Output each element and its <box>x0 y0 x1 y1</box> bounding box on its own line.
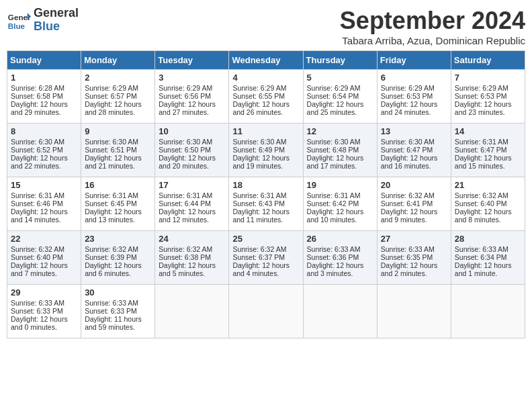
calendar-cell: 22Sunrise: 6:32 AMSunset: 6:40 PMDayligh… <box>7 231 81 285</box>
col-header-friday: Friday <box>377 51 451 70</box>
daylight-text: Daylight: 12 hours and 28 minutes. <box>85 100 151 116</box>
sunrise-text: Sunrise: 6:33 AM <box>307 245 373 253</box>
sunset-text: Sunset: 6:56 PM <box>159 92 225 100</box>
daylight-text: Daylight: 12 hours and 3 minutes. <box>307 261 373 277</box>
calendar-cell: 4Sunrise: 6:29 AMSunset: 6:55 PMDaylight… <box>229 70 303 124</box>
sunrise-text: Sunrise: 6:29 AM <box>307 84 373 92</box>
sunset-text: Sunset: 6:51 PM <box>85 146 151 154</box>
daylight-text: Daylight: 12 hours and 26 minutes. <box>232 100 299 116</box>
calendar-cell <box>155 285 229 338</box>
sunrise-text: Sunrise: 6:33 AM <box>381 245 447 253</box>
sunset-text: Sunset: 6:35 PM <box>381 253 447 261</box>
daylight-text: Daylight: 12 hours and 14 minutes. <box>11 208 77 224</box>
calendar-cell: 27Sunrise: 6:33 AMSunset: 6:35 PMDayligh… <box>377 231 451 285</box>
sunset-text: Sunset: 6:41 PM <box>381 199 447 208</box>
calendar-cell: 28Sunrise: 6:33 AMSunset: 6:34 PMDayligh… <box>451 231 525 285</box>
sunset-text: Sunset: 6:45 PM <box>85 199 151 208</box>
day-number: 11 <box>232 126 299 136</box>
logo-text: General Blue <box>34 7 79 34</box>
daylight-text: Daylight: 12 hours and 16 minutes. <box>381 154 447 170</box>
calendar-cell: 8Sunrise: 6:30 AMSunset: 6:52 PMDaylight… <box>7 124 81 177</box>
daylight-text: Daylight: 12 hours and 29 minutes. <box>11 100 77 116</box>
title-area: September 2024 Tabara Arriba, Azua, Domi… <box>340 7 525 46</box>
calendar-cell: 9Sunrise: 6:30 AMSunset: 6:51 PMDaylight… <box>81 124 155 177</box>
header: General Blue General Blue September 2024… <box>7 7 525 46</box>
sunrise-text: Sunrise: 6:30 AM <box>85 138 151 146</box>
col-header-saturday: Saturday <box>451 51 525 70</box>
calendar-cell: 18Sunrise: 6:31 AMSunset: 6:43 PMDayligh… <box>229 177 303 231</box>
sunrise-text: Sunrise: 6:29 AM <box>232 84 299 92</box>
sunset-text: Sunset: 6:53 PM <box>455 92 521 100</box>
day-number: 21 <box>455 180 521 190</box>
calendar-cell: 20Sunrise: 6:32 AMSunset: 6:41 PMDayligh… <box>377 177 451 231</box>
sunrise-text: Sunrise: 6:30 AM <box>307 138 373 146</box>
day-number: 15 <box>11 180 77 190</box>
header-row: SundayMondayTuesdayWednesdayThursdayFrid… <box>7 51 525 70</box>
daylight-text: Daylight: 12 hours and 25 minutes. <box>307 100 373 116</box>
sunrise-text: Sunrise: 6:31 AM <box>159 191 225 199</box>
day-number: 27 <box>381 234 447 244</box>
calendar-cell: 13Sunrise: 6:30 AMSunset: 6:47 PMDayligh… <box>377 124 451 177</box>
daylight-text: Daylight: 12 hours and 13 minutes. <box>85 208 151 224</box>
day-number: 2 <box>85 73 151 83</box>
daylight-text: Daylight: 12 hours and 0 minutes. <box>11 315 77 331</box>
sunset-text: Sunset: 6:42 PM <box>307 199 373 208</box>
day-number: 28 <box>455 234 521 244</box>
daylight-text: Daylight: 12 hours and 6 minutes. <box>85 261 151 277</box>
week-row-5: 29Sunrise: 6:33 AMSunset: 6:33 PMDayligh… <box>7 285 525 338</box>
daylight-text: Daylight: 12 hours and 11 minutes. <box>232 208 299 224</box>
sunrise-text: Sunrise: 6:29 AM <box>85 84 151 92</box>
calendar-cell: 29Sunrise: 6:33 AMSunset: 6:33 PMDayligh… <box>7 285 81 338</box>
calendar-cell: 30Sunrise: 6:33 AMSunset: 6:33 PMDayligh… <box>81 285 155 338</box>
month-title: September 2024 <box>340 7 525 35</box>
sunrise-text: Sunrise: 6:30 AM <box>11 138 77 146</box>
sunrise-text: Sunrise: 6:29 AM <box>159 84 225 92</box>
sunset-text: Sunset: 6:50 PM <box>159 146 225 154</box>
sunset-text: Sunset: 6:55 PM <box>232 92 299 100</box>
sunrise-text: Sunrise: 6:32 AM <box>381 191 447 199</box>
sunrise-text: Sunrise: 6:32 AM <box>455 191 521 199</box>
calendar-cell: 25Sunrise: 6:32 AMSunset: 6:37 PMDayligh… <box>229 231 303 285</box>
col-header-monday: Monday <box>81 51 155 70</box>
calendar-cell: 10Sunrise: 6:30 AMSunset: 6:50 PMDayligh… <box>155 124 229 177</box>
day-number: 24 <box>159 234 225 244</box>
day-number: 26 <box>307 234 373 244</box>
calendar-cell: 11Sunrise: 6:30 AMSunset: 6:49 PMDayligh… <box>229 124 303 177</box>
sunrise-text: Sunrise: 6:31 AM <box>11 191 77 199</box>
sunset-text: Sunset: 6:40 PM <box>455 199 521 208</box>
calendar-cell: 21Sunrise: 6:32 AMSunset: 6:40 PMDayligh… <box>451 177 525 231</box>
sunset-text: Sunset: 6:38 PM <box>159 253 225 261</box>
sunset-text: Sunset: 6:34 PM <box>455 253 521 261</box>
daylight-text: Daylight: 12 hours and 5 minutes. <box>159 261 225 277</box>
sunset-text: Sunset: 6:36 PM <box>307 253 373 261</box>
day-number: 13 <box>381 126 447 136</box>
day-number: 10 <box>159 126 225 136</box>
daylight-text: Daylight: 12 hours and 9 minutes. <box>381 208 447 224</box>
day-number: 22 <box>11 234 77 244</box>
sunset-text: Sunset: 6:57 PM <box>85 92 151 100</box>
col-header-tuesday: Tuesday <box>155 51 229 70</box>
daylight-text: Daylight: 12 hours and 2 minutes. <box>381 261 447 277</box>
daylight-text: Daylight: 12 hours and 19 minutes. <box>232 154 299 170</box>
day-number: 25 <box>232 234 299 244</box>
sunset-text: Sunset: 6:39 PM <box>85 253 151 261</box>
sunset-text: Sunset: 6:33 PM <box>11 307 77 315</box>
week-row-1: 1Sunrise: 6:28 AMSunset: 6:58 PMDaylight… <box>7 70 525 124</box>
day-number: 1 <box>11 73 77 83</box>
calendar-cell: 26Sunrise: 6:33 AMSunset: 6:36 PMDayligh… <box>303 231 377 285</box>
sunrise-text: Sunrise: 6:29 AM <box>455 84 521 92</box>
daylight-text: Daylight: 12 hours and 27 minutes. <box>159 100 225 116</box>
calendar-cell <box>451 285 525 338</box>
week-row-4: 22Sunrise: 6:32 AMSunset: 6:40 PMDayligh… <box>7 231 525 285</box>
col-header-thursday: Thursday <box>303 51 377 70</box>
sunrise-text: Sunrise: 6:32 AM <box>11 245 77 253</box>
calendar-cell: 3Sunrise: 6:29 AMSunset: 6:56 PMDaylight… <box>155 70 229 124</box>
sunset-text: Sunset: 6:47 PM <box>381 146 447 154</box>
day-number: 12 <box>307 126 373 136</box>
day-number: 17 <box>159 180 225 190</box>
logo: General Blue General Blue <box>7 7 79 34</box>
sunrise-text: Sunrise: 6:31 AM <box>85 191 151 199</box>
calendar-cell: 15Sunrise: 6:31 AMSunset: 6:46 PMDayligh… <box>7 177 81 231</box>
daylight-text: Daylight: 12 hours and 17 minutes. <box>307 154 373 170</box>
day-number: 7 <box>455 73 521 83</box>
